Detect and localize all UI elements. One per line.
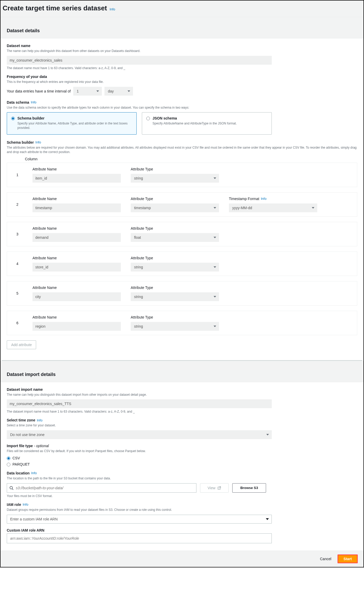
schema-builder-info-link[interactable]: Info xyxy=(35,140,41,144)
schema-row[interactable]: 1Attribute NameAttribute Typestring xyxy=(7,163,357,187)
attr-name-input[interactable] xyxy=(32,322,121,331)
attr-name-label: Attribute Name xyxy=(32,167,126,171)
attr-name-input[interactable] xyxy=(32,174,121,183)
attr-type-label: Attribute Type xyxy=(131,315,224,319)
attr-type-label: Attribute Type xyxy=(131,286,224,290)
schema-row-number: 5 xyxy=(7,281,28,305)
attr-type-select[interactable]: string xyxy=(131,174,219,183)
attr-name-label: Attribute Name xyxy=(32,315,126,319)
json-schema-tile[interactable]: JSON schema Specify AttributeName and At… xyxy=(142,112,272,135)
data-schema-info-link[interactable]: Info xyxy=(31,100,36,104)
frequency-field: Frequency of your data This is the frequ… xyxy=(7,75,357,96)
search-icon xyxy=(9,486,14,490)
data-location-hint: Your files must be in CSV format. xyxy=(7,494,357,498)
iam-role-select[interactable]: Enter a custom IAM role ARN xyxy=(7,515,272,524)
svg-line-1 xyxy=(12,489,13,490)
iam-role-field: IAM role Info Dataset groups require per… xyxy=(7,502,357,524)
timezone-select[interactable]: Do not use time zone xyxy=(7,430,272,439)
timezone-info-link[interactable]: Info xyxy=(37,418,43,422)
attr-type-select[interactable]: float xyxy=(131,233,219,242)
radio-unchecked-icon xyxy=(7,463,10,466)
schema-row-number: 1 xyxy=(7,163,28,187)
chevron-down-icon xyxy=(214,237,216,238)
attr-name-label: Attribute Name xyxy=(32,256,126,260)
page-title: Create target time series dataset xyxy=(3,4,107,12)
view-button[interactable]: View xyxy=(200,483,229,493)
import-name-label: Dataset import name xyxy=(7,387,357,392)
data-schema-desc: Use the data schema section to specify t… xyxy=(7,105,357,110)
radio-checked-icon xyxy=(11,117,15,120)
attr-name-input[interactable] xyxy=(32,203,121,212)
schema-row[interactable]: 5Attribute NameAttribute Typestring xyxy=(7,281,357,306)
attr-type-select[interactable]: string xyxy=(131,322,219,331)
filetype-csv-option[interactable]: CSV xyxy=(7,456,357,460)
iam-role-desc: Dataset groups require permissions from … xyxy=(7,508,357,512)
page-header: Create target time series dataset Info xyxy=(1,1,363,17)
schema-row[interactable]: 6Attribute NameAttribute Typestring xyxy=(7,311,357,335)
dataset-name-field: Dataset name The name can help you disti… xyxy=(7,44,357,70)
attr-name-input[interactable] xyxy=(32,263,121,272)
data-schema-field: Data schema Info Use the data schema sec… xyxy=(7,100,357,135)
schema-row-number: 3 xyxy=(7,222,28,246)
attr-name-label: Attribute Name xyxy=(32,286,126,290)
timestamp-format-select[interactable]: yyyy-MM-dd xyxy=(229,203,317,212)
iam-role-label: IAM role xyxy=(7,502,21,507)
schema-row[interactable]: 2Attribute NameAttribute TypetimestampTi… xyxy=(7,192,357,217)
custom-arn-input[interactable] xyxy=(7,533,272,543)
schema-builder-label: Schema builder xyxy=(7,140,34,144)
iam-role-info-link[interactable]: Info xyxy=(23,502,28,506)
attr-name-input[interactable] xyxy=(32,233,121,242)
attr-name-input[interactable] xyxy=(32,292,121,301)
data-location-desc: The location is the path to the file in … xyxy=(7,476,357,481)
attr-name-label: Attribute Name xyxy=(32,226,126,230)
timestamp-format-info-link[interactable]: Info xyxy=(261,197,267,201)
frequency-unit-select[interactable]: day xyxy=(104,87,133,96)
schema-row-number: 6 xyxy=(7,311,28,335)
filetype-desc: Files will be considered as CSV by defau… xyxy=(7,449,357,453)
external-link-icon xyxy=(217,486,221,490)
chevron-down-icon xyxy=(312,207,314,209)
data-schema-label: Data schema xyxy=(7,100,29,104)
import-details-panel: Dataset import name The name can help yo… xyxy=(1,382,363,551)
attr-type-select[interactable]: string xyxy=(131,292,219,301)
chevron-down-icon xyxy=(214,266,216,268)
data-location-input[interactable] xyxy=(7,483,196,493)
frequency-label: Frequency of your data xyxy=(7,75,357,79)
add-attribute-button[interactable]: Add attribute xyxy=(7,340,36,349)
attr-type-label: Attribute Type xyxy=(131,256,224,260)
chevron-down-icon xyxy=(266,518,269,520)
data-location-info-link[interactable]: Info xyxy=(31,471,37,475)
dataset-name-hint: The dataset name must have 1 to 63 chara… xyxy=(7,66,357,70)
attr-type-select[interactable]: timestamp xyxy=(131,203,219,212)
schema-builder-desc: The attributes below are required for yo… xyxy=(7,146,357,154)
chevron-down-icon xyxy=(96,90,99,92)
dataset-name-desc: The name can help you distinguish this d… xyxy=(7,49,357,53)
schema-row[interactable]: 3Attribute NameAttribute Typefloat xyxy=(7,222,357,246)
schema-builder-tile[interactable]: Schema builder Specify your Attribute Na… xyxy=(7,112,137,135)
chevron-down-icon xyxy=(214,296,216,297)
attr-type-select[interactable]: string xyxy=(131,263,219,272)
dataset-name-label: Dataset name xyxy=(7,44,357,48)
chevron-down-icon xyxy=(128,90,130,92)
custom-arn-field: Custom IAM role ARN xyxy=(7,528,357,543)
start-button[interactable]: Start xyxy=(337,554,358,563)
attr-type-label: Attribute Type xyxy=(131,197,224,201)
page-info-link[interactable]: Info xyxy=(110,7,115,11)
frequency-number-select[interactable]: 1 xyxy=(73,87,102,96)
import-name-desc: The name can help you distinguish this d… xyxy=(7,393,357,397)
schema-row[interactable]: 4Attribute NameAttribute Typestring xyxy=(7,252,357,276)
import-details-heading: Dataset import details xyxy=(1,367,363,382)
filetype-field: Import file type - optional Files will b… xyxy=(7,444,357,466)
timezone-label: Select time zone xyxy=(7,418,35,422)
cancel-button[interactable]: Cancel xyxy=(317,554,334,563)
import-name-field: Dataset import name The name can help yo… xyxy=(7,387,357,414)
filetype-parquet-option[interactable]: PARQUET xyxy=(7,462,357,466)
attr-type-label: Attribute Type xyxy=(131,167,224,171)
chevron-down-icon xyxy=(214,326,216,327)
data-location-field: Data location Info The location is the p… xyxy=(7,471,357,498)
import-name-input[interactable] xyxy=(7,399,272,408)
attr-type-label: Attribute Type xyxy=(131,226,224,230)
custom-arn-label: Custom IAM role ARN xyxy=(7,528,357,532)
browse-s3-button[interactable]: Browse S3 xyxy=(232,483,266,493)
dataset-name-input[interactable] xyxy=(7,56,272,65)
